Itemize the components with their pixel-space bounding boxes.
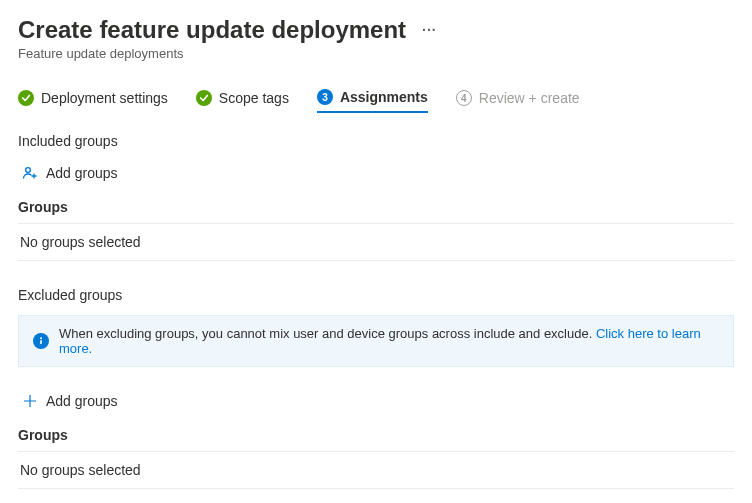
tab-label: Review + create [479,90,580,106]
tab-review-create: 4 Review + create [456,89,580,113]
info-message: When excluding groups, you cannot mix us… [59,326,596,341]
breadcrumb: Feature update deployments [18,46,734,61]
tab-assignments[interactable]: 3 Assignments [317,89,428,113]
included-groups-heading: Included groups [18,133,734,149]
svg-point-1 [40,337,42,339]
tab-label: Scope tags [219,90,289,106]
excluded-groups-subheading: Groups [18,427,734,443]
check-icon [196,90,212,106]
page-title-text: Create feature update deployment [18,16,406,44]
add-person-icon [22,165,38,181]
tab-label: Assignments [340,89,428,105]
add-excluded-groups-button[interactable]: Add groups [22,393,118,409]
more-actions-icon[interactable]: ··· [422,22,437,38]
included-groups-subheading: Groups [18,199,734,215]
page-title: Create feature update deployment ··· [18,16,734,44]
included-groups-empty: No groups selected [18,223,734,261]
wizard-tabs: Deployment settings Scope tags 3 Assignm… [18,89,734,113]
add-included-groups-button[interactable]: Add groups [22,165,118,181]
tab-label: Deployment settings [41,90,168,106]
add-groups-label: Add groups [46,393,118,409]
tab-deployment-settings[interactable]: Deployment settings [18,89,168,113]
info-banner: When excluding groups, you cannot mix us… [18,315,734,367]
info-icon [33,333,49,349]
step-number-icon: 3 [317,89,333,105]
plus-icon [22,393,38,409]
step-number-icon: 4 [456,90,472,106]
svg-point-0 [26,168,31,173]
info-text: When excluding groups, you cannot mix us… [59,326,719,356]
excluded-groups-empty: No groups selected [18,451,734,489]
add-groups-label: Add groups [46,165,118,181]
tab-scope-tags[interactable]: Scope tags [196,89,289,113]
check-icon [18,90,34,106]
excluded-groups-heading: Excluded groups [18,287,734,303]
svg-rect-2 [40,340,42,344]
